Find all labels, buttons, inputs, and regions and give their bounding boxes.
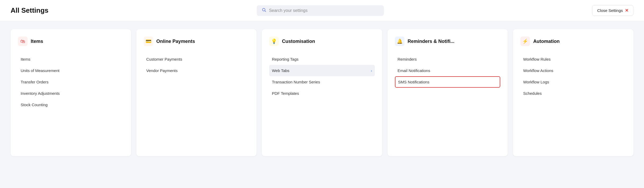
search-placeholder-text: Search your settings [269, 8, 308, 13]
svg-line-1 [265, 11, 266, 12]
list-item[interactable]: Inventory Adjustments [18, 88, 124, 99]
list-item-label: Web Tabs [272, 68, 289, 73]
card-header-customisation: 💡Customisation [269, 37, 375, 47]
card-title-customisation: Customisation [282, 39, 315, 44]
card-header-reminders: 🔔Reminders & Notifi... [395, 37, 501, 47]
list-item-label: Workflow Logs [523, 80, 549, 84]
list-item-label: Units of Measurement [21, 68, 60, 73]
list-item[interactable]: Transaction Number Series [269, 76, 375, 88]
card-icon-automation: ⚡ [520, 37, 530, 46]
card-items-online-payments: Customer PaymentsVendor Payments [144, 53, 249, 76]
search-box[interactable]: Search your settings [257, 5, 384, 16]
card-items-automation: Workflow RulesWorkflow ActionsWorkflow L… [520, 53, 626, 99]
card-reminders: 🔔Reminders & Notifi...RemindersEmail Not… [388, 29, 508, 156]
list-item[interactable]: Workflow Logs [520, 76, 626, 88]
list-item[interactable]: Web Tabs› [269, 65, 375, 76]
list-item[interactable]: Transfer Orders [18, 76, 124, 88]
list-item-label: Reporting Tags [272, 57, 299, 61]
card-online-payments: 💳Online PaymentsCustomer PaymentsVendor … [136, 29, 257, 156]
list-item-label: Items [21, 57, 30, 61]
list-item-label: Transaction Number Series [272, 80, 320, 84]
card-items-customisation: Reporting TagsWeb Tabs›Transaction Numbe… [269, 53, 375, 99]
card-icon-reminders: 🔔 [395, 37, 404, 46]
list-item-label: Email Notifications [398, 68, 430, 73]
list-item-label: Schedules [523, 91, 542, 96]
list-item[interactable]: Workflow Rules [520, 53, 626, 65]
list-item-label: SMS Notifications [398, 80, 429, 84]
list-item[interactable]: Customer Payments [144, 53, 249, 65]
list-item-label: Customer Payments [146, 57, 182, 61]
list-item[interactable]: Stock Counting [18, 99, 124, 110]
card-header-automation: ⚡Automation [520, 37, 626, 47]
card-icon-online-payments: 💳 [144, 37, 153, 46]
card-items: 🛍ItemsItemsUnits of MeasurementTransfer … [11, 29, 131, 156]
card-title-reminders: Reminders & Notifi... [408, 39, 454, 44]
list-item-label: Vendor Payments [146, 68, 178, 73]
card-title-online-payments: Online Payments [156, 39, 195, 44]
chevron-right-icon: › [371, 69, 372, 73]
card-icon-items: 🛍 [18, 37, 28, 46]
list-item-label: Stock Counting [21, 102, 48, 107]
list-item[interactable]: Workflow Actions [520, 65, 626, 76]
list-item-label: Reminders [398, 57, 417, 61]
card-automation: ⚡AutomationWorkflow RulesWorkflow Action… [513, 29, 633, 156]
list-item[interactable]: Units of Measurement [18, 65, 124, 76]
card-header-online-payments: 💳Online Payments [144, 37, 249, 47]
card-title-automation: Automation [533, 39, 560, 44]
list-item[interactable]: Reminders [395, 53, 501, 65]
card-items-reminders: RemindersEmail NotificationsSMS Notifica… [395, 53, 501, 88]
list-item[interactable]: Email Notifications [395, 65, 501, 76]
card-customisation: 💡CustomisationReporting TagsWeb Tabs›Tra… [262, 29, 382, 156]
list-item[interactable]: Schedules [520, 88, 626, 99]
list-item[interactable]: SMS Notifications [395, 76, 501, 88]
list-item[interactable]: PDF Templates [269, 88, 375, 99]
list-item[interactable]: Items [18, 53, 124, 65]
main-content: 🛍ItemsItemsUnits of MeasurementTransfer … [0, 21, 644, 164]
list-item[interactable]: Vendor Payments [144, 65, 249, 76]
page-title: All Settings [11, 6, 48, 15]
card-icon-customisation: 💡 [269, 37, 279, 46]
list-item[interactable]: Reporting Tags [269, 53, 375, 65]
close-settings-label: Close Settings [597, 8, 623, 13]
close-settings-button[interactable]: Close Settings ✕ [592, 5, 633, 16]
list-item-label: Inventory Adjustments [21, 91, 60, 96]
card-items-items: ItemsUnits of MeasurementTransfer Orders… [18, 53, 124, 110]
close-icon: ✕ [625, 8, 628, 13]
list-item-label: PDF Templates [272, 91, 299, 96]
card-title-items: Items [31, 39, 43, 44]
list-item-label: Workflow Rules [523, 57, 551, 61]
list-item-label: Workflow Actions [523, 68, 553, 73]
card-header-items: 🛍Items [18, 37, 124, 47]
top-bar: All Settings Search your settings Close … [0, 0, 644, 21]
search-wrapper: Search your settings [59, 5, 582, 16]
list-item-label: Transfer Orders [21, 80, 48, 84]
search-icon [262, 8, 266, 13]
